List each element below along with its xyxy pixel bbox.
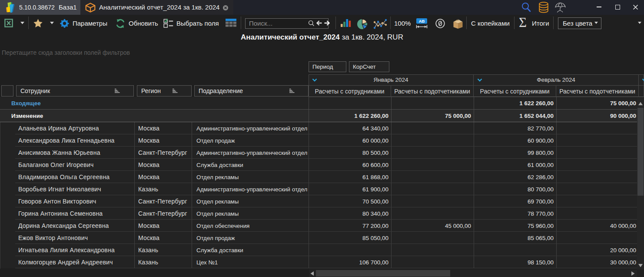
svg-text:AB: AB [419, 19, 425, 23]
